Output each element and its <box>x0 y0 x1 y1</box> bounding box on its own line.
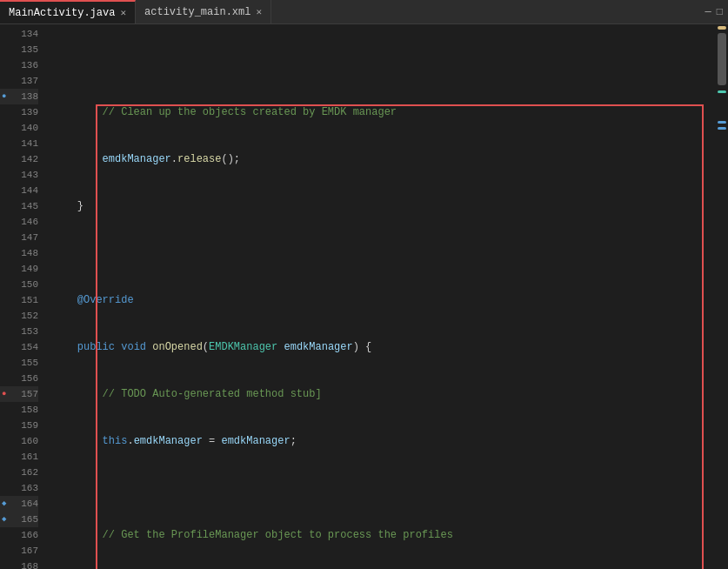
gutter-153: 153 <box>0 324 38 339</box>
gutter-161: 161 <box>0 449 38 465</box>
gutter-154: 154 <box>0 339 38 355</box>
code-line-143: // Get the ProfileManager object to proc… <box>52 527 716 543</box>
gutter-166: 166 <box>0 527 38 543</box>
code-content[interactable]: // Clean up the objects created by EMDK … <box>43 24 716 569</box>
gutter-141: 141 <box>0 136 38 151</box>
tab-label-xml: activity_main.xml <box>144 6 250 18</box>
tab-activity-xml[interactable]: activity_main.xml ✕ <box>136 0 271 23</box>
gutter-139: 139 <box>0 104 38 120</box>
gutter-165: ◆165 <box>0 512 38 527</box>
tab-bar: MainActivity.java ✕ activity_main.xml ✕ … <box>0 0 728 24</box>
code-line-140: // TODO Auto-generated method stub] <box>52 386 716 402</box>
minimap-marker-blue2 <box>718 127 726 130</box>
gutter-155: 155 <box>0 355 38 371</box>
gutter-142: 142 <box>0 151 38 167</box>
close-tab-main[interactable]: ✕ <box>120 7 126 18</box>
code-line-142 <box>52 480 716 496</box>
gutter-163: 163 <box>0 480 38 496</box>
gutter-144: 144 <box>0 183 38 198</box>
gutter-148: 148 <box>0 245 38 261</box>
gutter-135: 135 <box>0 42 38 57</box>
code-line-136: } <box>52 198 716 214</box>
gutter-138: ●138 <box>0 89 38 104</box>
minimize-button[interactable]: — <box>705 6 711 18</box>
gutter-134: 134 <box>0 26 38 42</box>
code-line-141: this.emdkManager = emdkManager; <box>52 433 716 449</box>
minimap-marker-teal <box>718 90 726 93</box>
scrollbar[interactable] <box>716 24 728 569</box>
maximize-button[interactable]: □ <box>717 6 723 18</box>
gutter-140: 140 <box>0 120 38 136</box>
gutter-150: 150 <box>0 277 38 292</box>
gutter-164: ◆164 <box>0 496 38 512</box>
minimap-marker-blue <box>718 121 726 124</box>
gutter-156: 156 <box>0 371 38 386</box>
gutter-143: 143 <box>0 167 38 183</box>
gutter-136: 136 <box>0 57 38 73</box>
code-line-139: public void onOpened(EMDKManager emdkMan… <box>52 339 716 355</box>
gutter-168: 168 <box>0 559 38 569</box>
minimap-marker-yellow <box>718 26 726 30</box>
gutter-152: 152 <box>0 308 38 324</box>
highlight-region <box>96 104 704 569</box>
line-numbers: 134 135 136 137 ●138 139 140 141 142 143… <box>0 24 43 569</box>
tab-label-main: MainActivity.java <box>9 7 115 19</box>
window-controls: — □ <box>705 6 728 18</box>
editor-window: MainActivity.java ✕ activity_main.xml ✕ … <box>0 0 728 569</box>
close-tab-xml[interactable]: ✕ <box>256 6 262 17</box>
gutter-167: 167 <box>0 543 38 559</box>
tab-main-activity[interactable]: MainActivity.java ✕ <box>0 0 136 23</box>
editor-area: 134 135 136 137 ●138 139 140 141 142 143… <box>0 24 728 569</box>
code-line-137 <box>52 245 716 261</box>
code-line-135: emdkManager.release(); <box>52 151 716 167</box>
scrollbar-thumb[interactable] <box>718 33 726 85</box>
gutter-151: 151 <box>0 292 38 308</box>
gutter-149: 149 <box>0 261 38 277</box>
gutter-157: ●157 <box>0 386 38 402</box>
gutter-147: 147 <box>0 230 38 245</box>
code-line-134: // Clean up the objects created by EMDK … <box>52 104 716 120</box>
gutter-145: 145 <box>0 198 38 214</box>
gutter-160: 160 <box>0 433 38 449</box>
gutter-159: 159 <box>0 418 38 433</box>
code-line-138: @Override <box>52 292 716 308</box>
gutter-146: 146 <box>0 214 38 230</box>
gutter-162: 162 <box>0 465 38 480</box>
gutter-158: 158 <box>0 402 38 418</box>
gutter-137: 137 <box>0 73 38 89</box>
